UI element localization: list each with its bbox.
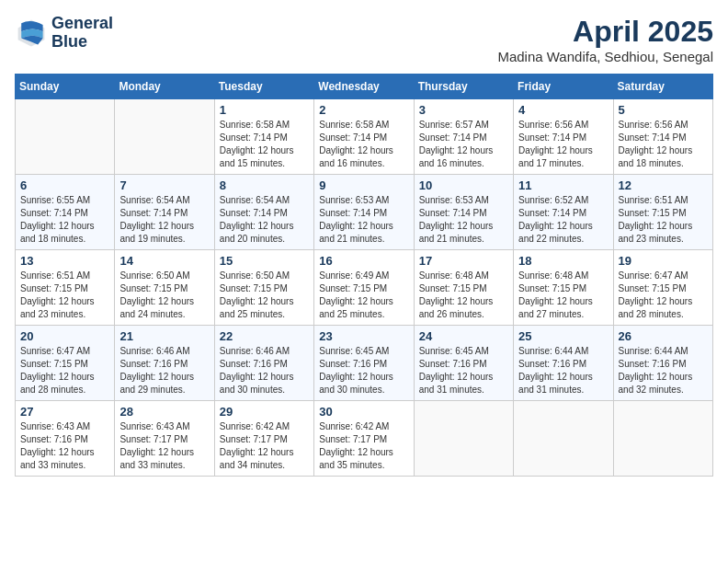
calendar-cell: 2Sunrise: 6:58 AMSunset: 7:14 PMDaylight… [314,99,414,175]
day-number: 5 [619,103,708,117]
header-saturday: Saturday [613,75,712,99]
day-number: 22 [220,329,309,343]
calendar-cell: 7Sunrise: 6:54 AMSunset: 7:14 PMDaylight… [115,175,214,250]
day-info: Sunrise: 6:47 AMSunset: 7:15 PMDaylight:… [619,270,708,321]
calendar-cell: 12Sunrise: 6:51 AMSunset: 7:15 PMDayligh… [613,175,712,250]
day-number: 3 [419,103,508,117]
calendar-cell: 11Sunrise: 6:52 AMSunset: 7:14 PMDayligh… [514,175,613,250]
month-title: April 2025 [497,15,713,49]
calendar-body: 1Sunrise: 6:58 AMSunset: 7:14 PMDaylight… [16,99,713,477]
day-info: Sunrise: 6:46 AMSunset: 7:16 PMDaylight:… [220,345,309,396]
calendar-table: SundayMondayTuesdayWednesdayThursdayFrid… [15,74,713,477]
day-info: Sunrise: 6:52 AMSunset: 7:14 PMDaylight:… [518,194,608,246]
day-info: Sunrise: 6:43 AMSunset: 7:16 PMDaylight:… [20,420,109,472]
calendar-cell: 24Sunrise: 6:45 AMSunset: 7:16 PMDayligh… [414,326,513,401]
calendar-cell: 13Sunrise: 6:51 AMSunset: 7:15 PMDayligh… [16,250,115,326]
header-monday: Monday [115,75,214,99]
day-number: 30 [319,405,408,419]
header: General Blue April 2025 Madina Wandifa, … [15,15,713,64]
calendar-week-row: 27Sunrise: 6:43 AMSunset: 7:16 PMDayligh… [16,401,713,477]
day-info: Sunrise: 6:48 AMSunset: 7:15 PMDaylight:… [419,270,508,321]
day-info: Sunrise: 6:50 AMSunset: 7:15 PMDaylight:… [119,270,209,321]
day-number: 19 [619,254,708,268]
day-info: Sunrise: 6:48 AMSunset: 7:15 PMDaylight:… [518,270,608,321]
header-sunday: Sunday [16,75,115,99]
calendar-cell: 21Sunrise: 6:46 AMSunset: 7:16 PMDayligh… [115,326,214,401]
day-number: 15 [220,254,309,268]
day-number: 12 [619,178,708,192]
day-info: Sunrise: 6:53 AMSunset: 7:14 PMDaylight:… [419,194,508,246]
day-number: 28 [119,405,209,419]
calendar-week-row: 1Sunrise: 6:58 AMSunset: 7:14 PMDaylight… [16,99,713,175]
header-thursday: Thursday [414,75,513,99]
day-info: Sunrise: 6:43 AMSunset: 7:17 PMDaylight:… [119,420,209,472]
calendar-cell: 30Sunrise: 6:42 AMSunset: 7:17 PMDayligh… [314,401,414,477]
day-info: Sunrise: 6:44 AMSunset: 7:16 PMDaylight:… [619,345,708,396]
day-info: Sunrise: 6:45 AMSunset: 7:16 PMDaylight:… [419,345,508,396]
day-info: Sunrise: 6:56 AMSunset: 7:14 PMDaylight:… [619,119,708,170]
day-info: Sunrise: 6:51 AMSunset: 7:15 PMDaylight:… [20,270,109,321]
day-info: Sunrise: 6:47 AMSunset: 7:15 PMDaylight:… [20,345,109,396]
header-wednesday: Wednesday [314,75,414,99]
calendar-week-row: 20Sunrise: 6:47 AMSunset: 7:15 PMDayligh… [16,326,713,401]
calendar-cell [115,99,214,175]
day-info: Sunrise: 6:58 AMSunset: 7:14 PMDaylight:… [220,119,309,170]
day-number: 1 [220,103,309,117]
calendar-cell: 5Sunrise: 6:56 AMSunset: 7:14 PMDaylight… [613,99,712,175]
day-info: Sunrise: 6:54 AMSunset: 7:14 PMDaylight:… [220,194,309,246]
logo-icon [15,17,48,50]
calendar-cell: 29Sunrise: 6:42 AMSunset: 7:17 PMDayligh… [214,401,313,477]
calendar-cell: 28Sunrise: 6:43 AMSunset: 7:17 PMDayligh… [115,401,214,477]
logo-line2: Blue [51,33,113,52]
day-number: 25 [518,329,608,343]
day-number: 4 [518,103,608,117]
calendar-cell: 17Sunrise: 6:48 AMSunset: 7:15 PMDayligh… [414,250,513,326]
calendar-cell: 16Sunrise: 6:49 AMSunset: 7:15 PMDayligh… [314,250,414,326]
day-info: Sunrise: 6:50 AMSunset: 7:15 PMDaylight:… [220,270,309,321]
calendar-cell [16,99,115,175]
calendar-cell: 6Sunrise: 6:55 AMSunset: 7:14 PMDaylight… [16,175,115,250]
title-block: April 2025 Madina Wandifa, Sedhiou, Sene… [497,15,713,64]
day-number: 11 [518,178,608,192]
calendar-header-row: SundayMondayTuesdayWednesdayThursdayFrid… [16,75,713,99]
calendar-cell: 25Sunrise: 6:44 AMSunset: 7:16 PMDayligh… [514,326,613,401]
day-info: Sunrise: 6:51 AMSunset: 7:15 PMDaylight:… [619,194,708,246]
calendar-cell: 8Sunrise: 6:54 AMSunset: 7:14 PMDaylight… [214,175,313,250]
day-info: Sunrise: 6:58 AMSunset: 7:14 PMDaylight:… [319,119,408,170]
calendar-cell: 18Sunrise: 6:48 AMSunset: 7:15 PMDayligh… [514,250,613,326]
day-number: 13 [20,254,109,268]
day-number: 27 [20,405,109,419]
calendar-week-row: 6Sunrise: 6:55 AMSunset: 7:14 PMDaylight… [16,175,713,250]
day-number: 26 [619,329,708,343]
calendar-cell: 1Sunrise: 6:58 AMSunset: 7:14 PMDaylight… [214,99,313,175]
day-number: 6 [20,178,109,192]
calendar-cell [514,401,613,477]
day-number: 29 [220,405,309,419]
day-info: Sunrise: 6:42 AMSunset: 7:17 PMDaylight:… [319,420,408,472]
location-title: Madina Wandifa, Sedhiou, Senegal [497,49,713,64]
day-number: 10 [419,178,508,192]
day-info: Sunrise: 6:56 AMSunset: 7:14 PMDaylight:… [518,119,608,170]
calendar-week-row: 13Sunrise: 6:51 AMSunset: 7:15 PMDayligh… [16,250,713,326]
day-info: Sunrise: 6:45 AMSunset: 7:16 PMDaylight:… [319,345,408,396]
calendar-cell: 3Sunrise: 6:57 AMSunset: 7:14 PMDaylight… [414,99,513,175]
day-number: 17 [419,254,508,268]
calendar-cell: 26Sunrise: 6:44 AMSunset: 7:16 PMDayligh… [613,326,712,401]
calendar-cell: 22Sunrise: 6:46 AMSunset: 7:16 PMDayligh… [214,326,313,401]
calendar-cell: 27Sunrise: 6:43 AMSunset: 7:16 PMDayligh… [16,401,115,477]
logo-text: General Blue [51,15,113,52]
day-info: Sunrise: 6:55 AMSunset: 7:14 PMDaylight:… [20,194,109,246]
calendar-cell: 9Sunrise: 6:53 AMSunset: 7:14 PMDaylight… [314,175,414,250]
day-number: 23 [319,329,408,343]
day-number: 16 [319,254,408,268]
calendar-cell [613,401,712,477]
day-number: 7 [119,178,209,192]
day-number: 2 [319,103,408,117]
day-info: Sunrise: 6:42 AMSunset: 7:17 PMDaylight:… [220,420,309,472]
day-number: 21 [119,329,209,343]
day-info: Sunrise: 6:57 AMSunset: 7:14 PMDaylight:… [419,119,508,170]
header-friday: Friday [514,75,613,99]
calendar-cell: 23Sunrise: 6:45 AMSunset: 7:16 PMDayligh… [314,326,414,401]
day-info: Sunrise: 6:53 AMSunset: 7:14 PMDaylight:… [319,194,408,246]
day-number: 9 [319,178,408,192]
